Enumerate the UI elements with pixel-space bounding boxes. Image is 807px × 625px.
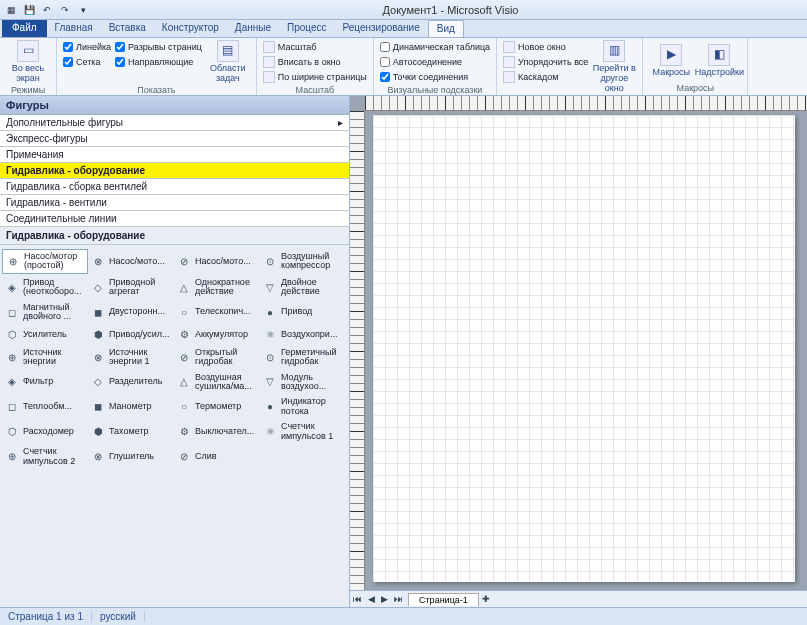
shape-item[interactable]: ⊕Источник энергии — [2, 346, 88, 369]
new-window-button[interactable]: Новое окно — [503, 40, 588, 54]
shape-item[interactable]: △Воздушная сушилка/ма... — [174, 371, 260, 394]
chk-ruler[interactable]: Линейка — [63, 40, 111, 54]
shape-item[interactable]: ○Телескопич... — [174, 301, 260, 324]
quick-access-toolbar: ▦ 💾 ↶ ↷ ▾ — [0, 3, 94, 17]
shape-icon: ⊘ — [176, 254, 192, 268]
cascade-button[interactable]: Каскадом — [503, 70, 588, 84]
shape-item[interactable]: ▽Модуль воздухоо... — [260, 371, 346, 394]
shape-item[interactable]: ●Индикатор потока — [260, 395, 346, 418]
new-page-icon[interactable]: ✚ — [479, 594, 493, 604]
shape-item[interactable]: ⬢Тахометр — [88, 420, 174, 443]
tab-design[interactable]: Конструктор — [154, 20, 227, 37]
shape-item[interactable]: ◼Двусторонн... — [88, 301, 174, 324]
status-language[interactable]: русский — [92, 611, 145, 622]
shape-item[interactable]: ⊕Счетчик импульсов 2 — [2, 445, 88, 468]
fullscreen-button[interactable]: ▭ Во весь экран — [6, 40, 50, 84]
shape-icon: ◇ — [90, 375, 106, 389]
tab-view[interactable]: Вид — [428, 20, 464, 37]
chk-dynamic-grid[interactable]: Динамическая таблица — [380, 40, 490, 54]
shape-item[interactable]: ⊗Источник энергии 1 — [88, 346, 174, 369]
status-bar: Страница 1 из 1 русский — [0, 607, 807, 625]
fit-width-button[interactable]: По ширине страницы — [263, 70, 367, 84]
chk-connection-points[interactable]: Точки соединения — [380, 70, 490, 84]
ruler-horizontal[interactable] — [365, 96, 807, 111]
drawing-page[interactable] — [373, 115, 795, 582]
shape-label: Привод (неоткоборо... — [23, 278, 86, 297]
shape-item[interactable]: ◈Фильтр — [2, 371, 88, 394]
tab-insert[interactable]: Вставка — [101, 20, 154, 37]
section-hydraulics-equipment[interactable]: Гидравлика - оборудование — [0, 163, 349, 179]
page-tab-1[interactable]: Страница-1 — [408, 593, 479, 606]
shape-icon: ◻ — [4, 305, 20, 319]
macros-button[interactable]: ▶ Макросы — [649, 40, 693, 82]
tab-file[interactable]: Файл — [2, 20, 47, 37]
shape-label: Аккумулятор — [195, 330, 248, 339]
undo-icon[interactable]: ↶ — [40, 3, 54, 17]
switch-window-button[interactable]: ▥ Перейти в другое окно — [592, 40, 636, 94]
shape-item[interactable]: ⬢Привод/усил... — [88, 326, 174, 344]
shape-item[interactable]: ●Привод — [260, 301, 346, 324]
shape-label: Индикатор потока — [281, 397, 344, 416]
section-hydraulics-valves[interactable]: Гидравлика - вентили — [0, 195, 349, 211]
chk-pagebreaks[interactable]: Разрывы страниц — [115, 40, 202, 54]
shape-item[interactable]: ▽Двойное действие — [260, 276, 346, 299]
chk-autoconnect[interactable]: Автосоединение — [380, 55, 490, 69]
shape-label: Расходомер — [23, 427, 74, 436]
addons-button[interactable]: ◧ Надстройки — [697, 40, 741, 82]
tab-data[interactable]: Данные — [227, 20, 279, 37]
shape-item[interactable]: ⊙Воздушный компрессор — [260, 249, 346, 274]
fit-window-button[interactable]: Вписать в окно — [263, 55, 367, 69]
shape-item[interactable]: ◇Разделитель — [88, 371, 174, 394]
shape-item[interactable]: ◈Привод (неоткоборо... — [2, 276, 88, 299]
shape-item[interactable]: ⊗Насос/мото... — [88, 249, 174, 274]
section-hydraulics-valve-assembly[interactable]: Гидравлика - сборка вентилей — [0, 179, 349, 195]
tab-home[interactable]: Главная — [47, 20, 101, 37]
tab-process[interactable]: Процесс — [279, 20, 335, 37]
page-nav-next-icon[interactable]: ▶ — [378, 594, 391, 604]
shape-item[interactable]: ⊘Насос/мото... — [174, 249, 260, 274]
shape-item[interactable]: ⊕Насос/мотор (простой) — [2, 249, 88, 274]
chk-guides[interactable]: Направляющие — [115, 55, 202, 69]
shape-item[interactable]: ⊙Герметичный гидробак — [260, 346, 346, 369]
page-nav-first-icon[interactable]: ⏮ — [350, 594, 365, 604]
fit-width-icon — [263, 71, 275, 83]
shape-item[interactable]: ◻Теплообм... — [2, 395, 88, 418]
shape-item[interactable]: △Однократное действие — [174, 276, 260, 299]
switch-window-label: Перейти в другое окно — [592, 64, 636, 94]
shape-item[interactable]: ◼Манометр — [88, 395, 174, 418]
arrange-all-button[interactable]: Упорядочить все — [503, 55, 588, 69]
tab-review[interactable]: Рецензирование — [335, 20, 428, 37]
save-icon[interactable]: 💾 — [22, 3, 36, 17]
shape-item[interactable]: ⚙Выключател... — [174, 420, 260, 443]
section-more-shapes[interactable]: Дополнительные фигуры▸ — [0, 115, 349, 131]
shape-item[interactable]: ⊘Открытый гидробак — [174, 346, 260, 369]
shape-item[interactable]: ◇Приводной агрегат — [88, 276, 174, 299]
qat-dropdown-icon[interactable]: ▾ — [76, 3, 90, 17]
shape-item[interactable]: ⚛Воздухопри... — [260, 326, 346, 344]
shape-item[interactable]: ⊘Слив — [174, 445, 260, 468]
shape-icon: ● — [262, 400, 278, 414]
ruler-vertical[interactable] — [350, 111, 365, 590]
page-viewport[interactable] — [365, 111, 807, 590]
ribbon: ▭ Во весь экран Режимы Линейка Сетка Раз… — [0, 38, 807, 96]
section-connectors[interactable]: Соединительные линии — [0, 211, 349, 227]
page-nav-last-icon[interactable]: ⏭ — [391, 594, 406, 604]
task-panes-button[interactable]: ▤ Области задач — [206, 40, 250, 84]
redo-icon[interactable]: ↷ — [58, 3, 72, 17]
shape-item[interactable]: ○Термометр — [174, 395, 260, 418]
shape-icon: △ — [176, 375, 192, 389]
page-nav-prev-icon[interactable]: ◀ — [365, 594, 378, 604]
shape-label: Источник энергии — [23, 348, 86, 367]
chk-grid[interactable]: Сетка — [63, 55, 111, 69]
shape-item[interactable]: ⊗Глушитель — [88, 445, 174, 468]
zoom-button[interactable]: Масштаб — [263, 40, 367, 54]
section-annotations[interactable]: Примечания — [0, 147, 349, 163]
page-tab-bar: ⏮ ◀ ▶ ⏭ Страница-1 ✚ — [350, 590, 807, 607]
section-quick-shapes[interactable]: Экспресс-фигуры — [0, 131, 349, 147]
shape-item[interactable]: ⬡Усилитель — [2, 326, 88, 344]
shape-item[interactable]: ⬡Расходомер — [2, 420, 88, 443]
status-page[interactable]: Страница 1 из 1 — [0, 611, 92, 622]
shape-item[interactable]: ◻Магнитный двойного ... — [2, 301, 88, 324]
shape-item[interactable]: ⚙Аккумулятор — [174, 326, 260, 344]
shape-item[interactable]: ⚛Счетчик импульсов 1 — [260, 420, 346, 443]
